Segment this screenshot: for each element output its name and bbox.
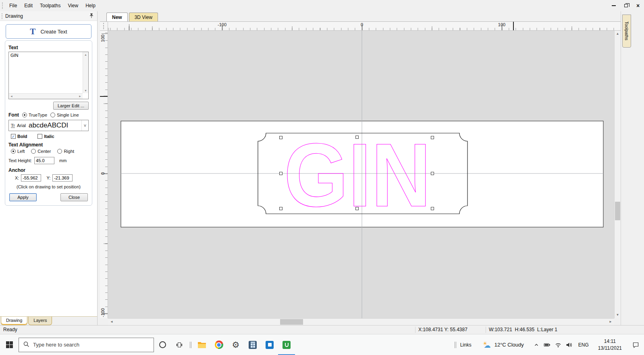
radio-icon — [22, 113, 27, 117]
scroll-down-icon[interactable]: ▼ — [83, 89, 88, 92]
selection-handle[interactable] — [356, 207, 359, 210]
selection-handle[interactable] — [431, 136, 434, 139]
tab-drawing[interactable]: Drawing — [1, 317, 27, 325]
font-single-line-radio[interactable]: Single Line — [50, 113, 79, 117]
start-button[interactable] — [0, 334, 19, 355]
scroll-down-icon[interactable]: ▼ — [615, 313, 621, 317]
chrome-button[interactable] — [210, 334, 227, 355]
scroll-up-icon[interactable]: ▲ — [83, 53, 88, 56]
tray-chevron-icon[interactable] — [534, 342, 539, 348]
italic-checkbox[interactable]: Italic — [37, 134, 54, 139]
battery-icon[interactable] — [544, 342, 551, 348]
vertical-scrollbar[interactable]: ▲ ▼ — [614, 31, 621, 318]
create-text-form: Text GIN ▲ ▼ ◄ ► Larger Edit ... Font — [5, 40, 92, 206]
tab-layers[interactable]: Layers — [28, 317, 52, 325]
text-entry[interactable]: GIN — [9, 52, 83, 93]
font-truetype-radio[interactable]: TrueType — [22, 113, 47, 117]
selection-handle[interactable] — [280, 172, 283, 175]
textarea-vertical-scrollbar[interactable]: ▲ ▼ — [83, 52, 88, 93]
menu-help[interactable]: Help — [82, 0, 99, 11]
weather-text: 12°C Cloudy — [494, 342, 524, 348]
checkmark-icon: ✓ — [11, 134, 16, 139]
menu-file[interactable]: File — [6, 0, 21, 11]
panel-header: Drawing — [0, 11, 97, 21]
action-center-button[interactable] — [629, 334, 644, 355]
selection-handle[interactable] — [431, 172, 434, 175]
calculator-icon — [249, 341, 257, 349]
radio-icon — [11, 149, 16, 154]
scroll-up-icon[interactable]: ▲ — [615, 32, 621, 36]
selection-handle[interactable] — [280, 207, 283, 210]
scroll-right-icon[interactable]: ► — [79, 95, 81, 98]
close-button[interactable]: × — [632, 0, 644, 11]
minimize-button[interactable] — [608, 0, 620, 11]
align-center-radio[interactable]: Center — [31, 149, 51, 154]
right-dock-strip: Toolpaths — [621, 11, 644, 325]
tab-3d-view[interactable]: 3D View — [129, 13, 158, 21]
toolbar-grip[interactable] — [454, 342, 457, 348]
taskbar-search[interactable] — [19, 338, 154, 352]
cortana-icon — [159, 341, 166, 348]
drawing-canvas: GIN — [108, 31, 614, 318]
font-name: Arial — [17, 123, 26, 128]
menu-edit[interactable]: Edit — [21, 0, 36, 11]
anchor-hint: (Click on drawing to set position) — [8, 184, 89, 189]
anchor-y-input[interactable] — [52, 174, 73, 182]
menu-view[interactable]: View — [64, 0, 82, 11]
file-explorer-button[interactable] — [193, 334, 210, 355]
speaker-icon[interactable] — [566, 342, 572, 348]
selection-handle[interactable] — [431, 207, 434, 210]
textarea-horizontal-scrollbar[interactable]: ◄ ► — [9, 93, 83, 99]
anchor-x-label: X: — [15, 175, 19, 180]
blue-app-button[interactable] — [261, 334, 278, 355]
horizontal-scrollbar[interactable]: ◄ ► — [108, 318, 614, 325]
task-view-button[interactable] — [171, 334, 188, 355]
create-text-header: T Create Text — [6, 24, 91, 39]
selection-handle[interactable] — [356, 136, 359, 139]
cortana-button[interactable] — [154, 334, 171, 355]
wifi-icon[interactable] — [555, 342, 561, 348]
align-right-label: Right — [64, 149, 74, 154]
search-icon — [23, 341, 29, 349]
restore-button[interactable] — [620, 0, 632, 11]
toolpaths-tab[interactable]: Toolpaths — [622, 15, 631, 48]
menu-toolpaths[interactable]: Toolpaths — [36, 0, 64, 11]
bold-checkbox[interactable]: ✓ Bold — [11, 134, 27, 139]
vertical-ruler: 100 0 -100 — [100, 31, 108, 318]
language-indicator[interactable]: ENG — [577, 342, 590, 348]
pin-icon[interactable] — [89, 13, 94, 19]
settings-button[interactable]: ⚙ — [227, 334, 244, 355]
scroll-left-icon[interactable]: ◄ — [110, 320, 113, 324]
calculator-button[interactable] — [244, 334, 261, 355]
links-toolbar[interactable]: Links — [448, 334, 477, 355]
align-left-radio[interactable]: Left — [11, 149, 25, 154]
status-divider — [415, 327, 415, 333]
radio-icon — [57, 149, 62, 154]
font-preview: abcdeABCDI — [29, 121, 81, 129]
vertical-scroll-thumb[interactable] — [615, 202, 620, 220]
panel-grip[interactable] — [2, 13, 3, 19]
anchor-x-input[interactable] — [21, 174, 41, 182]
tab-new[interactable]: New — [106, 13, 128, 21]
font-select[interactable]: Tr Arial abcdeABCDI ˅ — [8, 120, 89, 131]
menubar-grip[interactable] — [2, 2, 3, 9]
selection-handle[interactable] — [280, 136, 283, 139]
drawing-viewport[interactable]: GIN — [108, 31, 614, 318]
text-height-input[interactable] — [34, 157, 54, 164]
scroll-left-icon[interactable]: ◄ — [10, 95, 13, 98]
larger-edit-button[interactable]: Larger Edit ... — [53, 102, 89, 110]
ruler-corner — [100, 22, 108, 31]
scroll-right-icon[interactable]: ► — [609, 320, 612, 324]
taskbar-clock[interactable]: 14:11 13/11/2021 — [595, 338, 625, 351]
horizontal-scroll-thumb[interactable] — [280, 319, 303, 325]
weather-widget[interactable]: ☀ ☁ 12°C Cloudy — [477, 334, 530, 355]
task-view-icon — [176, 342, 183, 348]
search-input[interactable] — [33, 342, 149, 348]
status-selection-dimensions: W:103.721 H:46.535 L:Layer 1 — [489, 327, 557, 332]
close-panel-button[interactable]: Close — [60, 193, 88, 201]
apply-button[interactable]: Apply — [9, 193, 37, 201]
align-right-radio[interactable]: Right — [57, 149, 74, 154]
vectric-app-button[interactable] — [278, 334, 295, 355]
status-cursor-coordinates: X:108.4731 Y: 55.4387 — [418, 327, 467, 332]
dropdown-arrow-icon[interactable]: ˅ — [81, 120, 88, 131]
